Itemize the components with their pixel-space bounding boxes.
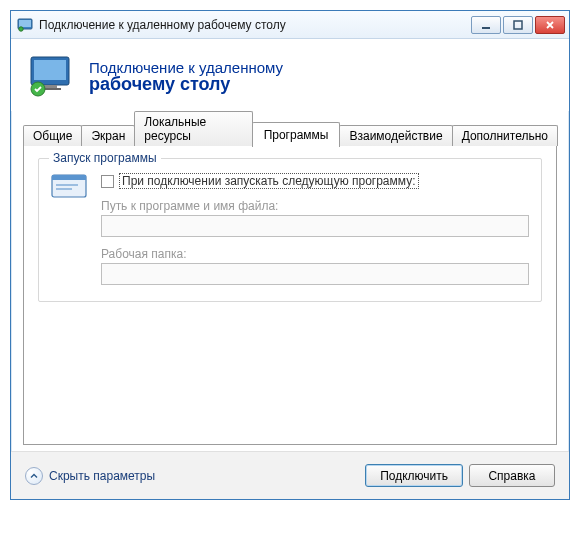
svg-rect-3 (482, 27, 490, 29)
dialog-window: Подключение к удаленному рабочему столу (10, 10, 570, 500)
start-program-group: Запуск программы При подключен (38, 158, 542, 302)
tab-general[interactable]: Общие (23, 125, 82, 146)
close-button[interactable] (535, 16, 565, 34)
start-program-checkbox-label: При подключении запускать следующую прог… (119, 173, 419, 189)
svg-rect-1 (19, 20, 31, 27)
window-title: Подключение к удаленному рабочему столу (39, 18, 471, 32)
help-button[interactable]: Справка (469, 464, 555, 487)
svg-point-2 (19, 26, 23, 30)
maximize-button[interactable] (503, 16, 533, 34)
working-folder-input[interactable] (101, 263, 529, 285)
svg-rect-12 (56, 184, 78, 186)
program-path-input[interactable] (101, 215, 529, 237)
dialog-footer: Скрыть параметры Подключить Справка (11, 451, 569, 499)
tab-strip: Общие Экран Локальные ресурсы Программы … (23, 111, 557, 146)
window-controls (471, 16, 565, 34)
tab-programs[interactable]: Программы (252, 122, 341, 147)
svg-rect-6 (34, 60, 66, 80)
dialog-header: Подключение к удаленному рабочему столу (11, 39, 569, 111)
rdc-app-icon (17, 17, 33, 33)
program-icon (51, 173, 87, 285)
chevron-up-icon (25, 467, 43, 485)
tab-advanced[interactable]: Дополнительно (452, 125, 558, 146)
titlebar[interactable]: Подключение к удаленному рабочему столу (11, 11, 569, 39)
tab-experience[interactable]: Взаимодействие (339, 125, 452, 146)
start-program-checkbox[interactable] (101, 175, 114, 188)
program-path-label: Путь к программе и имя файла: (101, 199, 529, 213)
hide-options-label: Скрыть параметры (49, 469, 155, 483)
svg-rect-13 (56, 188, 72, 190)
svg-rect-11 (52, 175, 86, 180)
rdc-header-icon (27, 53, 75, 101)
connect-button[interactable]: Подключить (365, 464, 463, 487)
header-line2: рабочему столу (89, 74, 283, 95)
working-folder-label: Рабочая папка: (101, 247, 529, 261)
tab-display[interactable]: Экран (81, 125, 135, 146)
tab-local-resources[interactable]: Локальные ресурсы (134, 111, 252, 146)
group-title: Запуск программы (49, 151, 161, 165)
svg-rect-4 (514, 21, 522, 29)
tab-panel-programs: Запуск программы При подключен (23, 145, 557, 445)
minimize-button[interactable] (471, 16, 501, 34)
hide-options-toggle[interactable]: Скрыть параметры (25, 467, 155, 485)
